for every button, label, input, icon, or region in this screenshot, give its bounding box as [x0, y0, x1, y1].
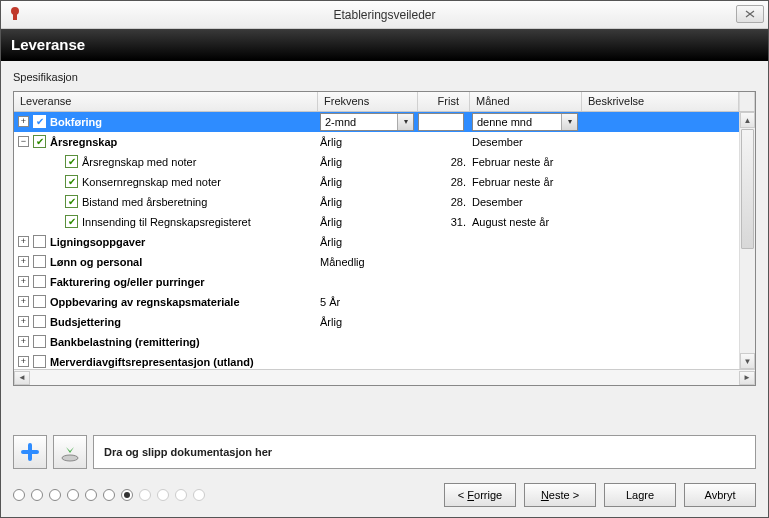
- svg-point-2: [62, 455, 78, 461]
- row-label: Bankbelastning (remittering): [50, 336, 200, 348]
- table-row[interactable]: +Merverdiavgiftsrepresentasjon (utland): [14, 352, 755, 369]
- step-dot: [157, 489, 169, 501]
- deadline-cell: 28.: [418, 156, 470, 168]
- titlebar: Etableringsveileder: [1, 1, 768, 29]
- scroll-up-button[interactable]: ▲: [740, 112, 755, 128]
- scroll-right-button[interactable]: ►: [739, 371, 755, 385]
- collapse-icon[interactable]: −: [18, 136, 29, 147]
- tree-cell: ✔Innsending til Regnskapsregisteret: [14, 215, 318, 228]
- tree-cell: +Fakturering og/eller purringer: [14, 275, 318, 288]
- row-checkbox[interactable]: ✔: [65, 195, 78, 208]
- row-checkbox[interactable]: ✔: [33, 115, 46, 128]
- table-row[interactable]: +Fakturering og/eller purringer: [14, 272, 755, 292]
- scroll-down-button[interactable]: ▼: [740, 353, 755, 369]
- section-label: Spesifikasjon: [13, 71, 756, 83]
- step-dot[interactable]: [67, 489, 79, 501]
- frequency-combo[interactable]: 2-mnd▾: [320, 113, 414, 131]
- expand-icon[interactable]: +: [18, 276, 29, 287]
- table-row[interactable]: ✔Innsending til RegnskapsregisteretÅrlig…: [14, 212, 755, 232]
- tree-cell: ✔Bistand med årsberetning: [14, 195, 318, 208]
- expand-icon[interactable]: +: [18, 256, 29, 267]
- next-button[interactable]: Neste >: [524, 483, 596, 507]
- month-combo[interactable]: denne mnd▾: [472, 113, 578, 131]
- expand-icon[interactable]: +: [18, 296, 29, 307]
- step-dot[interactable]: [121, 489, 133, 501]
- svg-point-0: [11, 7, 19, 15]
- chevron-down-icon[interactable]: ▾: [561, 114, 577, 130]
- row-checkbox[interactable]: ✔: [65, 155, 78, 168]
- download-button[interactable]: [53, 435, 87, 469]
- month-value: denne mnd: [473, 116, 561, 128]
- grid-header: Leveranse Frekvens Frist Måned Beskrivel…: [14, 92, 755, 112]
- previous-button[interactable]: < Forrige: [444, 483, 516, 507]
- row-label: Budsjettering: [50, 316, 121, 328]
- svg-rect-1: [13, 14, 17, 20]
- month-cell: August neste år: [470, 216, 582, 228]
- step-dot[interactable]: [49, 489, 61, 501]
- step-dot[interactable]: [103, 489, 115, 501]
- column-header-frekvens[interactable]: Frekvens: [318, 92, 418, 111]
- tree-cell: +Bankbelastning (remittering): [14, 335, 318, 348]
- freq-cell: Årlig: [318, 196, 418, 208]
- month-cell: denne mnd▾: [470, 113, 582, 131]
- save-button[interactable]: Lagre: [604, 483, 676, 507]
- column-header-beskrivelse[interactable]: Beskrivelse: [582, 92, 739, 111]
- deadline-cell: 28.: [418, 196, 470, 208]
- freq-cell: Årlig: [318, 176, 418, 188]
- row-label: Merverdiavgiftsrepresentasjon (utland): [50, 356, 254, 368]
- document-dropzone[interactable]: Dra og slipp dokumentasjon her: [93, 435, 756, 469]
- expand-icon[interactable]: +: [18, 236, 29, 247]
- scroll-thumb[interactable]: [741, 129, 754, 249]
- row-checkbox[interactable]: [33, 295, 46, 308]
- column-header-maned[interactable]: Måned: [470, 92, 582, 111]
- row-checkbox[interactable]: ✔: [65, 215, 78, 228]
- table-row[interactable]: ✔Årsregnskap med noterÅrlig28.Februar ne…: [14, 152, 755, 172]
- cancel-button[interactable]: Avbryt: [684, 483, 756, 507]
- row-checkbox[interactable]: [33, 355, 46, 368]
- freq-cell: 2-mnd▾: [318, 113, 418, 131]
- column-header-frist[interactable]: Frist: [418, 92, 470, 111]
- table-row[interactable]: +✔Bokføring2-mnd▾denne mnd▾: [14, 112, 755, 132]
- row-checkbox[interactable]: ✔: [33, 135, 46, 148]
- page-title: Leveranse: [11, 36, 85, 53]
- chevron-down-icon[interactable]: ▾: [397, 114, 413, 130]
- table-row[interactable]: +LigningsoppgaverÅrlig: [14, 232, 755, 252]
- row-label: Innsending til Regnskapsregisteret: [82, 216, 251, 228]
- expand-spacer: [40, 156, 51, 167]
- row-checkbox[interactable]: [33, 275, 46, 288]
- expand-icon[interactable]: +: [18, 336, 29, 347]
- row-checkbox[interactable]: [33, 315, 46, 328]
- tree-cell: ✔Konsernregnskap med noter: [14, 175, 318, 188]
- wizard-stepper: [13, 489, 436, 501]
- expand-icon[interactable]: +: [18, 316, 29, 327]
- table-row[interactable]: +Bankbelastning (remittering): [14, 332, 755, 352]
- row-checkbox[interactable]: ✔: [65, 175, 78, 188]
- vertical-scrollbar[interactable]: ▲ ▼: [739, 112, 755, 369]
- expand-icon[interactable]: +: [18, 356, 29, 367]
- step-dot: [175, 489, 187, 501]
- table-row[interactable]: −✔ÅrsregnskapÅrligDesember: [14, 132, 755, 152]
- step-dot[interactable]: [13, 489, 25, 501]
- table-row[interactable]: +Lønn og personalMånedlig: [14, 252, 755, 272]
- table-row[interactable]: +BudsjetteringÅrlig: [14, 312, 755, 332]
- table-row[interactable]: ✔Konsernregnskap med noterÅrlig28.Februa…: [14, 172, 755, 192]
- table-row[interactable]: ✔Bistand med årsberetningÅrlig28.Desembe…: [14, 192, 755, 212]
- dropzone-row: Dra og slipp dokumentasjon her: [13, 435, 756, 469]
- horizontal-scrollbar[interactable]: ◄ ►: [14, 369, 755, 385]
- step-dot[interactable]: [85, 489, 97, 501]
- scroll-left-button[interactable]: ◄: [14, 371, 30, 385]
- window-close-button[interactable]: [736, 5, 764, 23]
- table-row[interactable]: +Oppbevaring av regnskapsmateriale5 År: [14, 292, 755, 312]
- step-dot[interactable]: [31, 489, 43, 501]
- row-label: Lønn og personal: [50, 256, 142, 268]
- row-checkbox[interactable]: [33, 235, 46, 248]
- expand-icon[interactable]: +: [18, 116, 29, 127]
- deadline-input[interactable]: [418, 113, 464, 131]
- add-document-button[interactable]: [13, 435, 47, 469]
- row-checkbox[interactable]: [33, 335, 46, 348]
- expand-spacer: [40, 176, 51, 187]
- tree-cell: −✔Årsregnskap: [14, 135, 318, 148]
- row-checkbox[interactable]: [33, 255, 46, 268]
- column-header-leveranse[interactable]: Leveranse: [14, 92, 318, 111]
- deadline-cell: 28.: [418, 176, 470, 188]
